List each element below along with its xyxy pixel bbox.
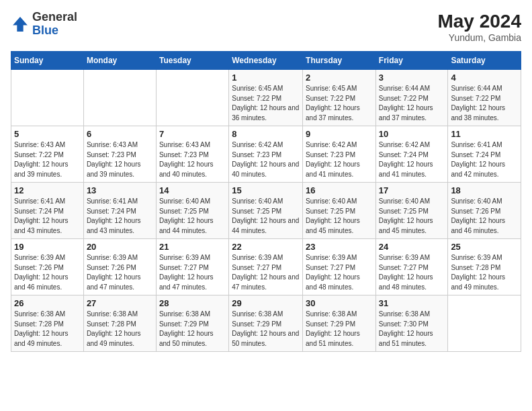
day-cell — [448, 295, 521, 352]
day-number: 26 — [14, 298, 81, 308]
day-number: 15 — [232, 185, 300, 195]
weekday-header-saturday: Saturday — [448, 52, 521, 70]
day-number: 27 — [87, 298, 153, 308]
day-info: Sunrise: 6:42 AM Sunset: 7:23 PM Dayligh… — [232, 140, 300, 179]
day-info: Sunrise: 6:41 AM Sunset: 7:24 PM Dayligh… — [87, 197, 153, 236]
day-number: 31 — [379, 298, 445, 308]
day-info: Sunrise: 6:41 AM Sunset: 7:24 PM Dayligh… — [14, 197, 81, 236]
day-number: 4 — [451, 73, 518, 83]
page-header: General Blue May 2024 Yundum, Gambia — [11, 11, 521, 43]
day-info: Sunrise: 6:40 AM Sunset: 7:25 PM Dayligh… — [232, 197, 300, 236]
day-cell: 6Sunrise: 6:43 AM Sunset: 7:23 PM Daylig… — [83, 126, 156, 183]
day-cell: 30Sunrise: 6:38 AM Sunset: 7:29 PM Dayli… — [303, 295, 376, 352]
day-info: Sunrise: 6:38 AM Sunset: 7:28 PM Dayligh… — [14, 310, 81, 349]
day-number: 22 — [232, 242, 300, 252]
day-cell: 14Sunrise: 6:40 AM Sunset: 7:25 PM Dayli… — [156, 183, 228, 239]
day-number: 2 — [306, 73, 373, 83]
day-cell: 8Sunrise: 6:42 AM Sunset: 7:23 PM Daylig… — [229, 126, 303, 183]
day-info: Sunrise: 6:45 AM Sunset: 7:22 PM Dayligh… — [306, 84, 373, 123]
day-cell: 23Sunrise: 6:39 AM Sunset: 7:27 PM Dayli… — [303, 239, 376, 295]
day-cell: 2Sunrise: 6:45 AM Sunset: 7:22 PM Daylig… — [303, 70, 376, 126]
svg-marker-0 — [13, 17, 28, 32]
day-cell: 22Sunrise: 6:39 AM Sunset: 7:27 PM Dayli… — [229, 239, 303, 295]
weekday-header-thursday: Thursday — [303, 52, 376, 70]
day-number: 28 — [159, 298, 226, 308]
day-number: 19 — [14, 242, 81, 252]
day-cell: 24Sunrise: 6:39 AM Sunset: 7:27 PM Dayli… — [375, 239, 448, 295]
day-cell — [11, 70, 84, 126]
weekday-header-friday: Friday — [375, 52, 448, 70]
day-info: Sunrise: 6:39 AM Sunset: 7:27 PM Dayligh… — [306, 253, 373, 292]
day-cell: 26Sunrise: 6:38 AM Sunset: 7:28 PM Dayli… — [11, 295, 84, 352]
day-info: Sunrise: 6:38 AM Sunset: 7:29 PM Dayligh… — [306, 310, 373, 349]
day-number: 16 — [306, 185, 373, 195]
day-cell: 3Sunrise: 6:44 AM Sunset: 7:22 PM Daylig… — [375, 70, 448, 126]
day-cell: 10Sunrise: 6:42 AM Sunset: 7:24 PM Dayli… — [375, 126, 448, 183]
day-cell: 16Sunrise: 6:40 AM Sunset: 7:25 PM Dayli… — [303, 183, 376, 239]
day-info: Sunrise: 6:39 AM Sunset: 7:28 PM Dayligh… — [451, 253, 518, 292]
day-cell: 7Sunrise: 6:43 AM Sunset: 7:23 PM Daylig… — [156, 126, 228, 183]
day-info: Sunrise: 6:39 AM Sunset: 7:27 PM Dayligh… — [232, 253, 300, 292]
day-info: Sunrise: 6:39 AM Sunset: 7:27 PM Dayligh… — [379, 253, 445, 292]
week-row-1: 1Sunrise: 6:45 AM Sunset: 7:22 PM Daylig… — [11, 70, 521, 126]
day-number: 25 — [451, 242, 518, 252]
day-number: 30 — [306, 298, 373, 308]
logo: General Blue — [11, 11, 77, 38]
day-info: Sunrise: 6:40 AM Sunset: 7:25 PM Dayligh… — [379, 197, 445, 236]
day-info: Sunrise: 6:42 AM Sunset: 7:23 PM Dayligh… — [306, 140, 373, 179]
day-number: 10 — [379, 129, 445, 139]
day-cell: 31Sunrise: 6:38 AM Sunset: 7:30 PM Dayli… — [375, 295, 448, 352]
day-info: Sunrise: 6:40 AM Sunset: 7:25 PM Dayligh… — [159, 197, 226, 236]
day-number: 3 — [379, 73, 445, 83]
day-info: Sunrise: 6:38 AM Sunset: 7:30 PM Dayligh… — [379, 310, 445, 349]
day-info: Sunrise: 6:45 AM Sunset: 7:22 PM Dayligh… — [232, 84, 300, 123]
day-number: 7 — [159, 129, 226, 139]
day-info: Sunrise: 6:42 AM Sunset: 7:24 PM Dayligh… — [379, 140, 445, 179]
title-block: May 2024 Yundum, Gambia — [437, 11, 521, 43]
day-number: 20 — [87, 242, 153, 252]
day-cell: 11Sunrise: 6:41 AM Sunset: 7:24 PM Dayli… — [448, 126, 521, 183]
day-info: Sunrise: 6:39 AM Sunset: 7:26 PM Dayligh… — [87, 253, 153, 292]
location: Yundum, Gambia — [437, 32, 521, 43]
day-cell: 19Sunrise: 6:39 AM Sunset: 7:26 PM Dayli… — [11, 239, 84, 295]
day-number: 17 — [379, 185, 445, 195]
day-number: 12 — [14, 185, 81, 195]
day-cell: 13Sunrise: 6:41 AM Sunset: 7:24 PM Dayli… — [83, 183, 156, 239]
day-cell: 4Sunrise: 6:44 AM Sunset: 7:22 PM Daylig… — [448, 70, 521, 126]
day-number: 6 — [87, 129, 153, 139]
day-cell: 21Sunrise: 6:39 AM Sunset: 7:27 PM Dayli… — [156, 239, 228, 295]
day-info: Sunrise: 6:39 AM Sunset: 7:26 PM Dayligh… — [14, 253, 81, 292]
day-info: Sunrise: 6:44 AM Sunset: 7:22 PM Dayligh… — [451, 84, 518, 123]
day-cell: 20Sunrise: 6:39 AM Sunset: 7:26 PM Dayli… — [83, 239, 156, 295]
day-number: 24 — [379, 242, 445, 252]
logo-text: General Blue — [32, 11, 77, 38]
day-number: 29 — [232, 298, 300, 308]
day-number: 14 — [159, 185, 226, 195]
day-number: 5 — [14, 129, 81, 139]
day-number: 13 — [87, 185, 153, 195]
weekday-header-monday: Monday — [83, 52, 156, 70]
day-number: 8 — [232, 129, 300, 139]
day-number: 18 — [451, 185, 518, 195]
day-cell: 18Sunrise: 6:40 AM Sunset: 7:26 PM Dayli… — [448, 183, 521, 239]
month-year: May 2024 — [437, 11, 521, 32]
day-info: Sunrise: 6:43 AM Sunset: 7:23 PM Dayligh… — [159, 140, 226, 179]
week-row-4: 19Sunrise: 6:39 AM Sunset: 7:26 PM Dayli… — [11, 239, 521, 295]
day-number: 11 — [451, 129, 518, 139]
day-cell: 27Sunrise: 6:38 AM Sunset: 7:28 PM Dayli… — [83, 295, 156, 352]
weekday-header-sunday: Sunday — [11, 52, 84, 70]
day-cell: 5Sunrise: 6:43 AM Sunset: 7:22 PM Daylig… — [11, 126, 84, 183]
weekday-header-tuesday: Tuesday — [156, 52, 228, 70]
day-info: Sunrise: 6:39 AM Sunset: 7:27 PM Dayligh… — [159, 253, 226, 292]
week-row-3: 12Sunrise: 6:41 AM Sunset: 7:24 PM Dayli… — [11, 183, 521, 239]
day-info: Sunrise: 6:38 AM Sunset: 7:29 PM Dayligh… — [232, 310, 300, 349]
day-info: Sunrise: 6:44 AM Sunset: 7:22 PM Dayligh… — [379, 84, 445, 123]
weekday-header-wednesday: Wednesday — [229, 52, 303, 70]
day-info: Sunrise: 6:38 AM Sunset: 7:28 PM Dayligh… — [87, 310, 153, 349]
day-cell: 17Sunrise: 6:40 AM Sunset: 7:25 PM Dayli… — [375, 183, 448, 239]
day-cell: 29Sunrise: 6:38 AM Sunset: 7:29 PM Dayli… — [229, 295, 303, 352]
day-info: Sunrise: 6:38 AM Sunset: 7:29 PM Dayligh… — [159, 310, 226, 349]
day-info: Sunrise: 6:43 AM Sunset: 7:22 PM Dayligh… — [14, 140, 81, 179]
day-number: 1 — [232, 73, 300, 83]
calendar-table: SundayMondayTuesdayWednesdayThursdayFrid… — [11, 51, 521, 352]
